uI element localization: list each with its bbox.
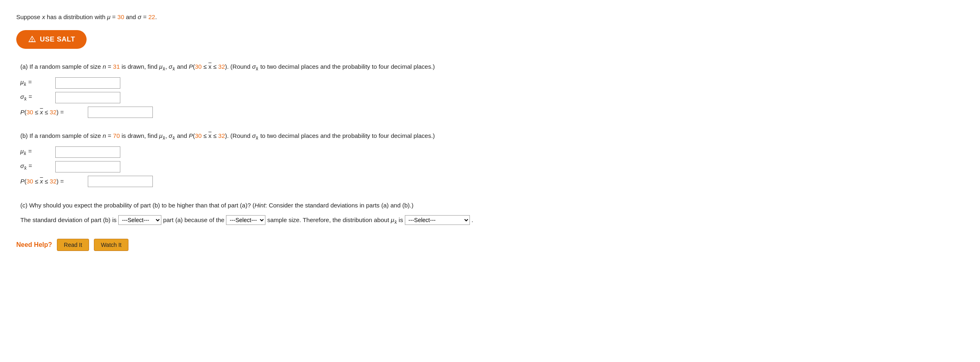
part-a-prob-row: P(30 ≤ x ≤ 32) = — [20, 107, 553, 118]
part-a-n: 31 — [113, 63, 120, 70]
use-salt-button[interactable]: USE SALT — [16, 30, 87, 49]
part-b-prob-row: P(30 ≤ x ≤ 32) = — [20, 176, 553, 187]
part-a-prob-input[interactable] — [88, 107, 153, 118]
part-c-section: (c) Why should you expect the probabilit… — [20, 199, 553, 227]
part-b-mu-row: μx̄ = — [20, 146, 553, 158]
part-a-32: 32 — [218, 63, 225, 70]
part-b-prob-label: P(30 ≤ x ≤ 32) = — [20, 178, 85, 185]
part-b-prob-input[interactable] — [88, 176, 153, 187]
part-c-period: . — [472, 216, 473, 223]
part-c-question: Why should you expect the probability of… — [29, 202, 414, 209]
mu-value: 30 — [117, 13, 124, 20]
part-b-text2: is drawn, find μx̄, σx̄ and P( — [122, 132, 195, 139]
part-a-text1: If a random sample of size n = — [30, 63, 113, 70]
part-a-label: (a) — [20, 63, 28, 70]
part-a-mu-input[interactable] — [55, 77, 120, 89]
part-b-32: 32 — [218, 132, 225, 139]
part-c-select1[interactable]: ---Select--- less than greater than equa… — [118, 215, 161, 225]
read-it-button[interactable]: Read It — [57, 239, 89, 251]
part-c-select3[interactable]: ---Select--- more concentrated less conc… — [405, 215, 470, 225]
part-b-sigma-label: σx̄ = — [20, 162, 53, 171]
part-a-text3: ). (Round σx̄ to two decimal places and … — [225, 63, 435, 70]
part-a-mu-label: μx̄ = — [20, 79, 53, 87]
part-b-ineq: ≤ x ≤ — [202, 132, 218, 139]
part-a-text2: is drawn, find μx̄, σx̄ and P( — [122, 63, 195, 70]
salt-button-label: USE SALT — [40, 35, 75, 44]
part-b-label: (b) — [20, 132, 28, 139]
part-c-text3: The standard deviation of part (b) is — [20, 216, 118, 223]
part-b-30: 30 — [195, 132, 202, 139]
part-c-text: (c) Why should you expect the probabilit… — [20, 199, 553, 212]
part-c-text4: part (a) because of the — [163, 216, 226, 223]
x-var: x — [42, 13, 45, 20]
part-c-select2[interactable]: ---Select--- larger smaller same — [226, 215, 265, 225]
part-a-ineq: ≤ x ≤ — [202, 63, 218, 70]
part-b-mu-label: μx̄ = — [20, 148, 53, 156]
need-help-section: Need Help? Read It Watch It — [16, 239, 553, 251]
watch-it-button[interactable]: Watch It — [94, 239, 128, 251]
part-b-sigma-row: σx̄ = — [20, 161, 553, 172]
part-c-answer-row: The standard deviation of part (b) is --… — [20, 214, 553, 227]
part-b-section: (b) If a random sample of size n = 70 is… — [20, 130, 553, 187]
part-a-mu-row: μx̄ = — [20, 77, 553, 89]
part-a-sigma-label: σx̄ = — [20, 93, 53, 102]
part-b-sigma-input[interactable] — [55, 161, 120, 172]
intro-text: Suppose x has a distribution with μ = 30… — [16, 12, 553, 22]
part-a-sigma-input[interactable] — [55, 92, 120, 103]
part-b-text3: ). (Round σx̄ to two decimal places and … — [225, 132, 435, 139]
part-a-prob-label: P(30 ≤ x ≤ 32) = — [20, 109, 85, 116]
part-a-section: (a) If a random sample of size n = 31 is… — [20, 61, 553, 118]
salt-icon — [28, 35, 37, 44]
sigma-value: 22 — [148, 13, 155, 20]
part-b-title: (b) If a random sample of size n = 70 is… — [20, 130, 553, 142]
part-a-sigma-row: σx̄ = — [20, 92, 553, 103]
part-a-30: 30 — [195, 63, 202, 70]
part-c-label: (c) — [20, 202, 28, 209]
part-b-text1: If a random sample of size n = — [30, 132, 113, 139]
need-help-label: Need Help? — [16, 241, 52, 249]
part-b-n: 70 — [113, 132, 120, 139]
part-b-mu-input[interactable] — [55, 146, 120, 158]
part-a-title: (a) If a random sample of size n = 31 is… — [20, 61, 553, 73]
part-c-text5: sample size. Therefore, the distribution… — [267, 216, 404, 223]
